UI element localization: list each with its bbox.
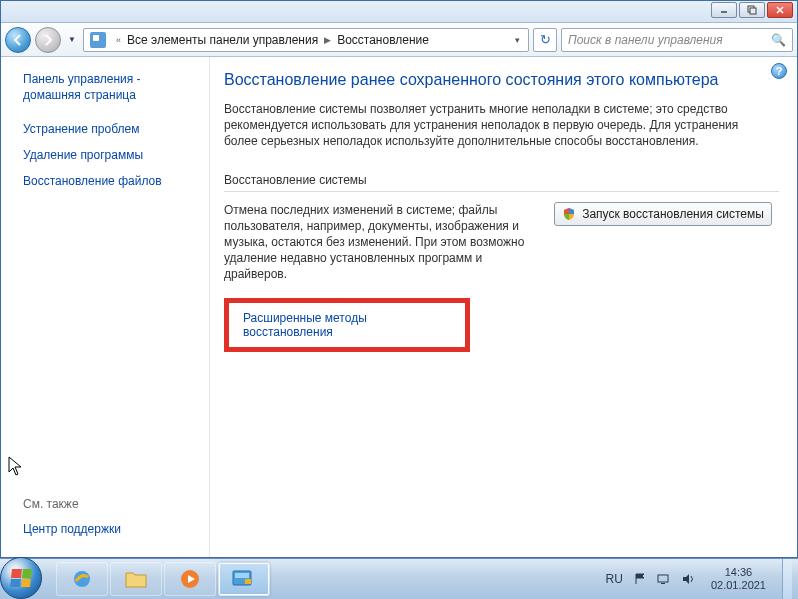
breadcrumb-leaf[interactable]: Восстановление [337,33,429,47]
taskbar: RU 14:36 02.01.2021 [0,558,798,599]
section-divider [224,191,779,192]
advanced-recovery-link[interactable]: Расширенные методы восстановления [243,311,367,339]
navbar: ▼ « Все элементы панели управления ▶ Вос… [1,23,797,57]
highlighted-region: Расширенные методы восстановления [224,298,470,352]
control-panel-icon [90,32,106,48]
section-title: Восстановление системы [224,173,779,187]
svg-rect-12 [661,583,665,584]
breadcrumb-dropdown-icon[interactable]: ▾ [508,35,526,45]
taskbar-controlpanel-button[interactable] [218,562,270,596]
taskbar-mediaplayer-button[interactable] [164,562,216,596]
show-desktop-button[interactable] [782,559,792,599]
taskbar-ie-button[interactable] [56,562,108,596]
windows-logo-icon [10,569,32,587]
folder-icon [124,569,148,589]
search-icon[interactable]: 🔍 [771,33,786,47]
start-system-restore-button[interactable]: Запуск восстановления системы [554,202,772,226]
action-button-label: Запуск восстановления системы [582,207,764,221]
svg-rect-9 [235,573,249,578]
volume-tray-icon[interactable] [681,572,695,586]
maximize-button[interactable] [739,2,765,18]
breadcrumb-sep: « [110,35,127,45]
control-panel-window: ▼ « Все элементы панели управления ▶ Вос… [0,0,798,558]
clock-time: 14:36 [711,566,766,579]
nav-back-button[interactable] [5,27,31,53]
help-icon[interactable]: ? [771,63,787,79]
sidebar: Панель управления -домашняя страница Уст… [1,57,209,557]
minimize-button[interactable] [711,2,737,18]
content-pane: ? Восстановление ранее сохраненного сост… [209,57,797,557]
search-input[interactable]: Поиск в панели управления 🔍 [561,28,793,52]
taskbar-explorer-button[interactable] [110,562,162,596]
svg-rect-2 [750,8,756,14]
media-player-icon [179,568,201,590]
breadcrumb-arrow-icon: ▶ [318,35,337,45]
restore-description: Отмена последних изменений в системе; фа… [224,202,534,282]
network-tray-icon[interactable] [657,572,671,586]
nav-history-dropdown[interactable]: ▼ [65,30,79,50]
sidebar-home-link[interactable]: Панель управления -домашняя страница [23,71,201,103]
nav-forward-button[interactable] [35,27,61,53]
search-placeholder: Поиск в панели управления [568,33,723,47]
system-tray: RU 14:36 02.01.2021 [606,559,798,599]
sidebar-item-uninstall[interactable]: Удаление программы [23,147,201,163]
refresh-button[interactable]: ↻ [533,28,557,52]
see-also-action-center[interactable]: Центр поддержки [23,521,201,537]
page-description: Восстановление системы позволяет устрани… [224,101,774,149]
control-panel-task-icon [231,569,257,589]
sidebar-item-troubleshoot[interactable]: Устранение проблем [23,121,201,137]
titlebar[interactable] [1,1,797,23]
start-button[interactable] [0,557,42,599]
page-title: Восстановление ранее сохраненного состоя… [224,71,779,89]
ie-icon [70,567,94,591]
svg-rect-10 [245,579,251,584]
sidebar-item-file-recovery[interactable]: Восстановление файлов [23,173,201,189]
clock-date: 02.01.2021 [711,579,766,592]
address-breadcrumb[interactable]: « Все элементы панели управления ▶ Восст… [83,28,529,52]
language-indicator[interactable]: RU [606,572,623,586]
see-also-label: См. также [23,497,201,511]
breadcrumb-root[interactable]: Все элементы панели управления [127,33,318,47]
shield-icon [562,207,576,221]
clock[interactable]: 14:36 02.01.2021 [705,566,772,592]
svg-rect-11 [658,575,668,582]
flag-tray-icon[interactable] [633,572,647,586]
close-button[interactable] [767,2,793,18]
